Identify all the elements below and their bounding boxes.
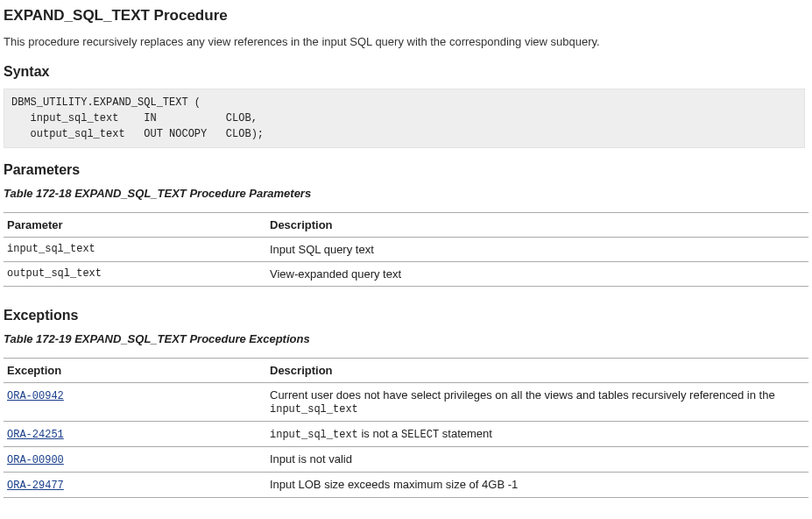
error-code-link[interactable]: ORA-00900 <box>7 454 64 466</box>
param-header-description: Description <box>266 213 808 238</box>
parameters-table-caption: Table 172-18 EXPAND_SQL_TEXT Procedure P… <box>4 187 808 200</box>
page-title: EXPAND_SQL_TEXT Procedure <box>4 7 808 25</box>
param-desc: View-expanded query text <box>266 262 808 287</box>
exception-code-cell: ORA-00900 <box>4 447 266 473</box>
desc-text: Current user does not have select privil… <box>270 388 775 402</box>
exception-code-cell: ORA-00942 <box>4 383 266 422</box>
exception-code-cell: ORA-24251 <box>4 422 266 447</box>
param-header-parameter: Parameter <box>4 213 266 238</box>
param-name: output_sql_text <box>4 262 266 287</box>
exceptions-heading: Exceptions <box>4 308 808 323</box>
table-row: ORA-00900 Input is not valid <box>4 447 808 473</box>
desc-inline-code: input_sql_text <box>270 429 358 441</box>
desc-inline-code: SELECT <box>401 429 439 441</box>
error-code-link[interactable]: ORA-00942 <box>7 390 64 402</box>
parameters-heading: Parameters <box>4 162 808 178</box>
exception-desc: Input LOB size exceeds maximum size of 4… <box>266 473 808 498</box>
exception-desc: input_sql_text is not a SELECT statement <box>266 422 808 447</box>
table-row: ORA-24251 input_sql_text is not a SELECT… <box>4 422 808 447</box>
syntax-heading: Syntax <box>4 64 808 80</box>
parameters-table: Parameter Description input_sql_text Inp… <box>4 212 808 287</box>
table-row: output_sql_text View-expanded query text <box>4 262 808 287</box>
error-code-link[interactable]: ORA-24251 <box>7 429 64 441</box>
table-row: ORA-00942 Current user does not have sel… <box>4 383 808 422</box>
desc-text: is not a <box>358 427 401 440</box>
procedure-description: This procedure recursively replaces any … <box>4 35 808 48</box>
desc-text: statement <box>439 427 492 440</box>
desc-text: Input is not valid <box>270 452 352 466</box>
exceptions-table: Exception Description ORA-00942 Current … <box>4 358 808 498</box>
error-code-link[interactable]: ORA-29477 <box>7 480 64 492</box>
desc-text: Input LOB size exceeds maximum size of 4… <box>270 478 518 491</box>
table-row: ORA-29477 Input LOB size exceeds maximum… <box>4 473 808 498</box>
param-desc: Input SQL query text <box>266 238 808 262</box>
param-name: input_sql_text <box>4 238 266 262</box>
desc-inline-code: input_sql_text <box>270 403 358 416</box>
syntax-code-block: DBMS_UTILITY.EXPAND_SQL_TEXT ( input_sql… <box>4 89 805 148</box>
exception-code-cell: ORA-29477 <box>4 473 266 498</box>
exception-desc: Current user does not have select privil… <box>266 383 808 422</box>
exc-header-exception: Exception <box>4 359 266 383</box>
exc-header-description: Description <box>266 359 808 383</box>
table-row: input_sql_text Input SQL query text <box>4 238 808 262</box>
exceptions-table-caption: Table 172-19 EXPAND_SQL_TEXT Procedure E… <box>4 332 808 345</box>
exception-desc: Input is not valid <box>266 447 808 473</box>
